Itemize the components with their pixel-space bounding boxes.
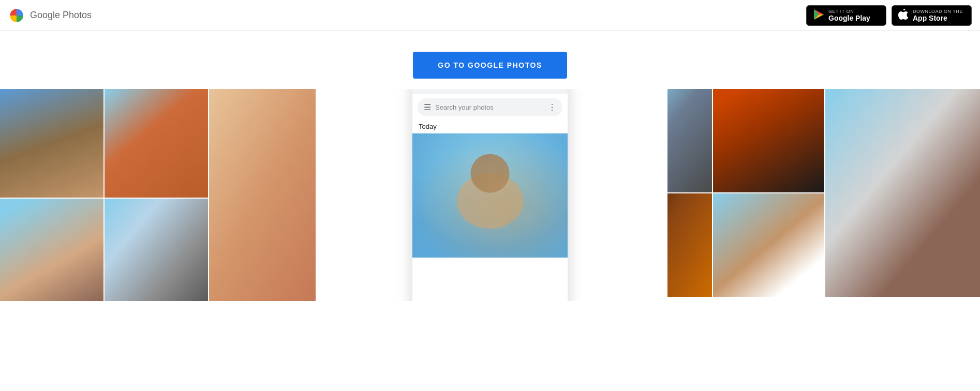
- photo-food: [601, 193, 712, 297]
- phone-date-label: Today: [412, 121, 568, 133]
- header: Google Photos GET IT ON Google Play: [0, 0, 980, 31]
- photo-campfire2: [601, 89, 712, 192]
- app-store-sub: Download on the: [913, 9, 963, 14]
- google-play-name: Google Play: [828, 14, 870, 22]
- google-play-button[interactable]: GET IT ON Google Play: [806, 5, 886, 26]
- photo-desert-walk: [0, 89, 103, 198]
- photo-red-rocks: [105, 89, 208, 198]
- store-buttons-container: GET IT ON Google Play Download on the Ap…: [806, 5, 972, 26]
- photo-telescope: [105, 199, 208, 301]
- go-to-google-photos-button[interactable]: GO TO GOOGLE PHOTOS: [413, 52, 567, 79]
- phone-screen: ☰ Search your photos ⋮ Today: [412, 94, 568, 301]
- photo-rocks-person: [713, 193, 824, 297]
- phone-menu-icon: ☰: [424, 102, 431, 112]
- phone-mockup: ☰ Search your photos ⋮ Today: [412, 89, 568, 301]
- phone-photo-large: [412, 133, 568, 258]
- google-play-text: GET IT ON Google Play: [828, 9, 870, 22]
- logo-area: Google Photos: [8, 7, 92, 24]
- google-pinwheel-icon: [8, 7, 25, 24]
- app-store-text: Download on the App Store: [913, 9, 963, 22]
- google-play-sub: GET IT ON: [828, 9, 870, 14]
- app-store-button[interactable]: Download on the App Store: [892, 5, 972, 26]
- svg-point-6: [471, 154, 510, 193]
- app-store-name: App Store: [913, 14, 963, 22]
- phone-more-icon: ⋮: [548, 102, 556, 112]
- logo-text: Google Photos: [30, 10, 92, 21]
- photo-child-selfie: [209, 89, 318, 301]
- photo-selfie-couple: [0, 199, 103, 301]
- photos-left-grid: [0, 89, 321, 301]
- photos-showcase: ☰ Search your photos ⋮ Today: [0, 89, 980, 301]
- apple-icon: [898, 9, 909, 22]
- cta-section: GO TO GOOGLE PHOTOS: [0, 31, 980, 89]
- svg-point-5: [457, 173, 524, 229]
- google-play-icon: [813, 9, 824, 22]
- svg-rect-4: [412, 133, 568, 258]
- phone-search-text: Search your photos: [435, 103, 544, 111]
- phone-search-bar[interactable]: ☰ Search your photos ⋮: [418, 98, 562, 116]
- photo-man-outdoors: [825, 89, 980, 297]
- photo-campfire3: [713, 89, 824, 192]
